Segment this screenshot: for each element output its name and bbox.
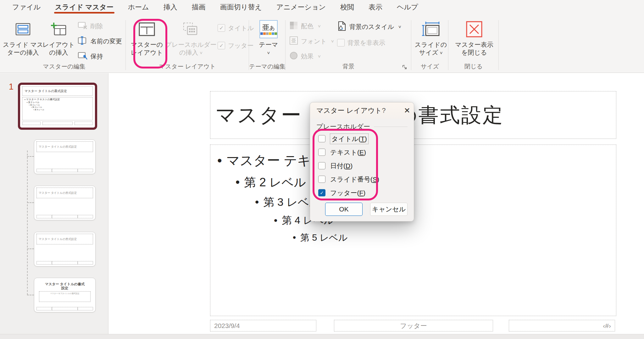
themes-icon: 亜あ [259,19,278,39]
title-checkbox-label[interactable]: タイトル(T) [330,134,368,144]
ribbon-group-close: マスター表示 を閉じる 閉じる [448,16,499,73]
rename-icon [78,36,88,46]
ribbon-group-master-editing: スライド マス ターの挿入 レイアウト の挿入 削除 名前の変更 [3,16,126,73]
group-label-edit-theme: テーマの編集 [249,63,286,71]
slide-number-placeholder[interactable]: ‹#› [509,320,615,331]
master-layout-button[interactable]: マスターの レイアウト [130,18,164,58]
placeholder-section-label: プレースホルダー [316,121,408,132]
hide-background-checkbox: 背景を非表示 [337,36,401,49]
slide-number-checkbox[interactable] [318,176,325,183]
insert-layout-icon [50,19,67,39]
close-master-view-icon [465,19,483,39]
ribbon: スライド マス ターの挿入 レイアウト の挿入 削除 名前の変更 [0,14,644,73]
delete-button: 削除 [78,19,122,33]
text-checkbox-label[interactable]: テキスト(E) [330,148,366,157]
insert-placeholder-icon [183,19,199,39]
checkbox-row-text[interactable]: テキスト(E) [316,145,408,159]
footer-checkbox[interactable]: ✓ [318,189,325,196]
rename-button[interactable]: 名前の変更 [78,34,122,48]
master-slide-thumbnail[interactable]: マスター タイトルの書式設定 • マスター テキストの書式設定 • 第 2 レベ… [18,83,97,130]
chevron-down-icon: ˅ [200,50,203,56]
layout-thumbnail[interactable]: マスター タイトルの書式設定 [34,232,96,266]
group-label-close: 閉じる [448,63,499,71]
chevron-down-icon: ˅ [398,24,401,30]
ribbon-group-master-layout: マスターの レイアウト プレースホルダー の挿入˅ ✓ タイトル ✓ フッター … [126,16,249,73]
tab-insert[interactable]: 挿入 [156,0,185,14]
ribbon-group-edit-theme: 亜あ テーマ ˅ テーマの編集 [249,16,286,73]
insert-layout-button[interactable]: レイアウト の挿入 [43,18,75,58]
chevron-down-icon: ˅ [267,49,270,57]
insert-placeholder-button: プレースホルダー の挿入˅ [167,18,214,58]
checkbox-row-slide-number[interactable]: スライド番号(S) [316,172,408,186]
date-placeholder[interactable]: 2023/9/4 [210,320,316,331]
effects-button: 効果 ˅ [289,49,334,63]
fonts-button: 亜 フォント ˅ [289,34,334,48]
dialog-title: マスター レイアウト [316,106,382,115]
tab-review[interactable]: 校閲 [333,0,361,14]
layout-thumbnail[interactable]: マスター タイトルの書式設定 マスター サブタイトルの書式設定 [34,278,96,312]
colors-icon [289,21,298,31]
bullet-level-2: •第 2 レベル [236,174,613,190]
bullet-level-5: •第 5 レベル [293,232,613,244]
colors-button: 配色 ˅ [289,19,334,33]
ribbon-group-background: 配色 ˅ 亜 フォント ˅ 効果 ˅ [286,16,411,73]
slide-number-label: 1 [9,82,14,92]
group-label-background: 背景 [286,63,411,71]
footer-checkbox-label[interactable]: フッター(F) [330,189,365,197]
slide-number-checkbox-label[interactable]: スライド番号(S) [330,175,379,184]
tab-slide-master[interactable]: スライド マスター [48,0,121,14]
thumbnail-pane: 1 マスター タイトルの書式設定 • マスター テキストの書式設定 • 第 2 … [0,73,108,334]
footer-placeholder[interactable]: フッター [334,320,493,331]
tab-file[interactable]: ファイル [5,0,48,14]
dialog-titlebar[interactable]: マスター レイアウト ? ✕ [310,102,414,119]
status-strip [0,334,644,339]
ribbon-group-size: スライドの サイズ˅ サイズ [411,16,448,73]
tab-view[interactable]: 表示 [361,0,390,14]
text-checkbox[interactable] [318,149,325,156]
footer-checkbox: ✓ フッター [218,38,254,53]
close-master-view-button[interactable]: マスター表示 を閉じる [452,18,496,58]
tab-animations[interactable]: アニメーション [269,0,333,14]
ok-button[interactable]: OK [325,203,363,216]
help-icon[interactable]: ? [382,107,386,115]
themes-button[interactable]: 亜あ テーマ ˅ [253,18,284,58]
group-label-master-layout: マスター レイアウト [126,63,249,71]
effects-icon [289,51,298,62]
checkbox-row-date[interactable]: 日付(D) [316,159,408,172]
close-icon[interactable]: ✕ [404,106,410,115]
preserve-button[interactable]: 保持 [78,49,122,63]
footer-checkbox-box: ✓ [218,42,225,49]
background-styles-icon [337,21,347,33]
slide-size-button[interactable]: スライドの サイズ˅ [415,18,447,58]
layout-connector-line [27,150,28,295]
chevron-down-icon: ˅ [440,50,443,56]
group-label-master-editing: マスターの編集 [3,63,126,71]
preserve-icon [78,51,88,62]
date-checkbox[interactable] [318,162,325,169]
tab-help[interactable]: ヘルプ [390,0,425,14]
layout-thumbnail[interactable]: マスター タイトルの書式設定 [34,139,96,174]
date-checkbox-label[interactable]: 日付(D) [330,161,353,170]
menu-bar: ファイル スライド マスター ホーム 挿入 描画 画面切り替え アニメーション … [0,0,644,14]
tab-transitions[interactable]: 画面切り替え [213,0,269,14]
background-dialog-launcher[interactable] [401,64,408,71]
title-checkbox: ✓ タイトル [218,20,254,36]
tab-home[interactable]: ホーム [121,0,156,14]
master-layout-dialog: マスター レイアウト ? ✕ プレースホルダー タイトル(T) テキスト(E) … [310,102,414,221]
group-label-size: サイズ [411,63,448,71]
insert-slide-master-button[interactable]: スライド マス ターの挿入 [6,18,40,58]
chevron-down-icon: ˅ [318,54,321,59]
slide-size-icon [421,19,440,39]
checkbox-row-footer[interactable]: ✓ フッター(F) [316,186,408,200]
tab-draw[interactable]: 描画 [185,0,213,14]
delete-icon [78,21,88,31]
checkbox-row-title[interactable]: タイトル(T) [316,132,408,145]
title-checkbox[interactable] [318,135,325,142]
layout-thumbnail[interactable]: マスター タイトルの書式設定 [34,186,96,220]
insert-slide-master-icon [15,19,31,39]
background-styles-button[interactable]: 背景のスタイル ˅ [337,19,401,34]
master-layout-icon [138,19,156,39]
title-checkbox-box: ✓ [218,24,225,32]
cancel-button[interactable]: キャンセル [370,203,408,216]
hide-background-checkbox-box [337,39,345,46]
